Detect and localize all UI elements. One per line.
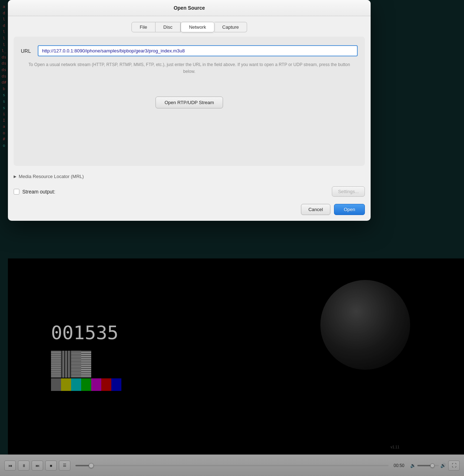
mrl-arrow-icon: ▶ (14, 174, 17, 178)
open-button[interactable]: Open (334, 204, 365, 215)
stream-output-row: Stream output: Settings... (8, 183, 371, 200)
mrl-label: Media Resource Locator (MRL) (19, 174, 84, 179)
tab-capture[interactable]: Capture (214, 22, 247, 32)
url-row: URL (21, 45, 358, 56)
mrl-section[interactable]: ▶ Media Resource Locator (MRL) (8, 170, 371, 183)
open-source-dialog: Open Source File Disc Network Capture UR… (8, 0, 371, 221)
tab-network[interactable]: Network (181, 22, 214, 32)
dialog-tabs: File Disc Network Capture (8, 16, 371, 32)
tab-file[interactable]: File (131, 22, 156, 32)
stream-output-checkbox[interactable] (14, 189, 19, 195)
open-rtp-button[interactable]: Open RTP/UDP Stream (156, 97, 223, 108)
dialog-footer: Cancel Open (8, 200, 371, 221)
url-label: URL (21, 48, 33, 54)
dialog-title: Open Source (8, 0, 371, 16)
settings-button[interactable]: Settings... (332, 186, 365, 197)
url-input[interactable] (38, 45, 358, 56)
cancel-button[interactable]: Cancel (301, 204, 330, 215)
stream-output-label: Stream output: (22, 189, 55, 195)
dialog-body: URL To Open a usual network stream (HTTP… (14, 37, 365, 166)
tab-disc[interactable]: Disc (156, 22, 181, 32)
hint-text: To Open a usual network stream (HTTP, RT… (28, 61, 351, 75)
